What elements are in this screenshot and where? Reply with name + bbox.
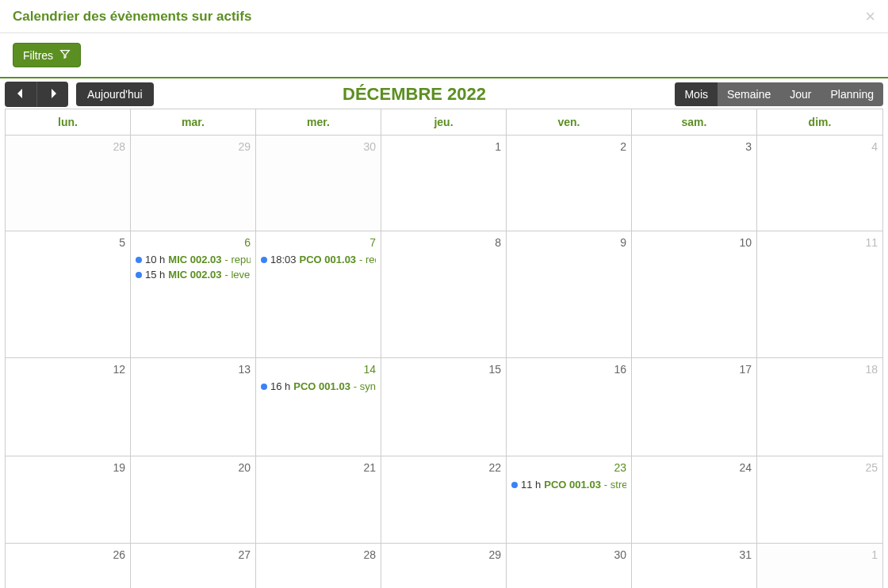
calendar-title: DÉCEMBRE 2022 <box>154 84 676 105</box>
day-cell[interactable]: 24 <box>632 456 757 543</box>
calendar-nav-left: Aujourd'hui <box>5 82 154 107</box>
view-week[interactable]: Semaine <box>718 82 780 106</box>
calendar-controls: Aujourd'hui DÉCEMBRE 2022 Mois Semaine J… <box>5 82 883 107</box>
close-icon[interactable]: × <box>865 8 875 25</box>
day-number: 2 <box>511 139 626 155</box>
day-cell[interactable]: 9 <box>507 231 632 357</box>
calendar-grid: lun. mar. mer. jeu. ven. sam. dim. 28 29… <box>5 109 883 588</box>
event-item[interactable]: 18:03 PCO 001.03 - rede <box>261 252 376 267</box>
event-desc: - repurp <box>225 254 251 265</box>
day-cell[interactable]: 17 <box>632 357 757 456</box>
day-cell[interactable]: 30 <box>507 543 632 588</box>
day-cell[interactable]: 11 <box>757 231 882 357</box>
day-cell[interactable]: 21 <box>256 456 381 543</box>
day-cell[interactable]: 1 <box>757 543 882 588</box>
day-number: 13 <box>136 361 251 377</box>
event-desc: - rede <box>359 254 376 265</box>
view-day[interactable]: Jour <box>780 82 821 106</box>
toolbar: Filtres <box>0 33 888 78</box>
day-number: 8 <box>386 235 501 250</box>
day-cell[interactable]: 26 <box>6 543 131 588</box>
day-number: 30 <box>511 547 626 563</box>
day-number: 21 <box>261 460 376 475</box>
today-button[interactable]: Aujourd'hui <box>76 82 154 106</box>
day-header-sat: sam. <box>632 109 757 135</box>
day-cell[interactable]: 7 18:03 PCO 001.03 - rede <box>256 231 381 357</box>
next-button[interactable] <box>36 82 68 107</box>
day-number: 29 <box>136 139 251 155</box>
filters-label: Filtres <box>23 49 53 62</box>
day-cell[interactable]: 10 <box>632 231 757 357</box>
event-code: MIC 002.03 <box>168 269 221 281</box>
day-number: 28 <box>261 547 376 563</box>
event-item[interactable]: 10 h MIC 002.03 - repurp <box>136 252 251 267</box>
event-dot-icon <box>136 272 142 278</box>
day-number: 22 <box>386 460 501 475</box>
event-item[interactable]: 15 h MIC 002.03 - levera <box>136 267 251 282</box>
day-cell[interactable]: 23 11 h PCO 001.03 - strea <box>507 456 632 543</box>
day-number: 20 <box>136 460 251 475</box>
day-number: 31 <box>637 547 752 563</box>
weeks: 28 29 30 1 2 3 4 5 6 10 h MIC 002.03 <box>6 135 882 588</box>
filters-button[interactable]: Filtres <box>13 43 81 67</box>
day-cell[interactable]: 20 <box>131 456 256 543</box>
view-group: Mois Semaine Jour Planning <box>675 82 883 106</box>
event-code: PCO 001.03 <box>300 254 357 265</box>
day-cell[interactable]: 19 <box>6 456 131 543</box>
day-cell[interactable]: 28 <box>6 135 131 231</box>
day-cell[interactable]: 2 <box>507 135 632 231</box>
day-number: 25 <box>762 460 878 475</box>
day-cell[interactable]: 30 <box>256 135 381 231</box>
events-list: 10 h MIC 002.03 - repurp 15 h MIC 002.03… <box>136 252 251 282</box>
week-row: 19 20 21 22 23 11 h PCO 001.03 - strea 2… <box>6 456 882 543</box>
day-number: 16 <box>511 361 626 377</box>
day-cell[interactable]: 8 <box>381 231 507 357</box>
day-cell[interactable]: 27 <box>131 543 256 588</box>
event-code: MIC 002.03 <box>168 254 221 265</box>
day-cell[interactable]: 29 <box>381 543 507 588</box>
day-number: 24 <box>637 460 752 475</box>
day-header-fri: ven. <box>507 109 632 135</box>
day-cell[interactable]: 31 <box>632 543 757 588</box>
day-number: 14 <box>261 361 376 377</box>
day-cell[interactable]: 5 <box>6 231 131 357</box>
view-planning[interactable]: Planning <box>821 82 884 106</box>
day-cell[interactable]: 25 <box>757 456 882 543</box>
day-cell[interactable]: 6 10 h MIC 002.03 - repurp 15 h MIC 002.… <box>131 231 256 357</box>
view-month[interactable]: Mois <box>675 82 718 106</box>
day-cell[interactable]: 13 <box>131 357 256 456</box>
day-cell[interactable]: 28 <box>256 543 381 588</box>
event-desc: - strea <box>604 479 626 491</box>
chevron-right-icon <box>49 87 57 101</box>
day-cell[interactable]: 12 <box>6 357 131 456</box>
day-headers: lun. mar. mer. jeu. ven. sam. dim. <box>6 109 882 135</box>
event-code: PCO 001.03 <box>544 479 601 491</box>
day-number: 1 <box>386 139 501 155</box>
week-row: 28 29 30 1 2 3 4 <box>6 135 882 231</box>
modal-title: Calendrier des évènements sur actifs <box>13 9 251 25</box>
day-cell[interactable]: 16 <box>507 357 632 456</box>
day-cell[interactable]: 22 <box>381 456 507 543</box>
filter-icon <box>59 48 71 62</box>
modal-header: Calendrier des évènements sur actifs × <box>0 0 888 33</box>
day-cell[interactable]: 1 <box>381 135 507 231</box>
chevron-left-icon <box>17 87 25 101</box>
week-row: 12 13 14 16 h PCO 001.03 - syner 15 16 1… <box>6 357 882 456</box>
event-time: 18:03 <box>270 254 297 265</box>
day-number: 15 <box>386 361 501 377</box>
week-row: 26 27 28 29 30 31 1 <box>6 543 882 588</box>
day-number: 11 <box>762 235 878 250</box>
day-cell[interactable]: 15 <box>381 357 507 456</box>
day-cell[interactable]: 29 <box>131 135 256 231</box>
day-number: 18 <box>762 361 878 377</box>
event-dot-icon <box>511 482 518 488</box>
day-number: 23 <box>511 460 626 475</box>
day-cell[interactable]: 14 16 h PCO 001.03 - syner <box>256 357 381 456</box>
prev-button[interactable] <box>5 82 36 107</box>
event-item[interactable]: 11 h PCO 001.03 - strea <box>511 477 626 492</box>
event-item[interactable]: 16 h PCO 001.03 - syner <box>261 379 376 394</box>
day-cell[interactable]: 4 <box>757 135 882 231</box>
day-number: 6 <box>136 235 251 250</box>
day-cell[interactable]: 18 <box>757 357 882 456</box>
day-cell[interactable]: 3 <box>632 135 757 231</box>
